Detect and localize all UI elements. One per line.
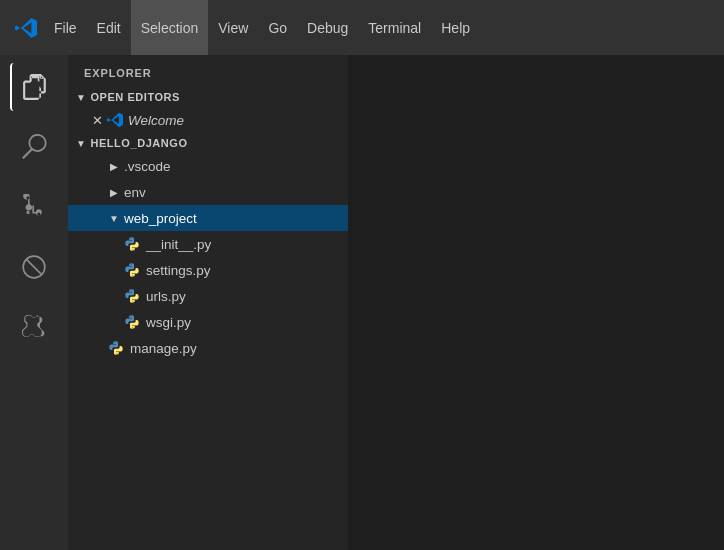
file-urls-py-label: urls.py [146,289,340,304]
editor-area [348,55,724,550]
menu-help[interactable]: Help [431,0,480,55]
file-manage-py-label: manage.py [130,341,340,356]
hello-django-label: HELLO_DJANGO [90,137,187,149]
file-settings-py-label: settings.py [146,263,340,278]
python-file-icon-4 [124,314,140,330]
open-editors-label: OPEN EDITORS [90,91,180,103]
vscode-folder-arrow: ▶ [108,161,120,172]
vscode-logo-icon [15,17,37,39]
menu-debug[interactable]: Debug [297,0,358,55]
web-project-folder-arrow: ▼ [108,213,120,224]
sidebar: EXPLORER ▼ OPEN EDITORS ✕ Welcome ▼ HELL… [68,55,348,550]
explorer-header: EXPLORER [68,55,348,87]
extensions-icon [21,314,47,340]
hello-django-arrow: ▼ [76,138,86,149]
env-folder-label: env [124,185,340,200]
welcome-label: Welcome [128,113,340,128]
menu-terminal[interactable]: Terminal [358,0,431,55]
activity-item-debug[interactable] [10,243,58,291]
web-project-folder-label: web_project [124,211,340,226]
file-settings-py[interactable]: settings.py [68,257,348,283]
activity-item-explorer[interactable] [10,63,58,111]
close-welcome-icon[interactable]: ✕ [92,113,103,128]
vscode-folder-label: .vscode [124,159,340,174]
file-wsgi-py-label: wsgi.py [146,315,340,330]
menu-go[interactable]: Go [258,0,297,55]
file-wsgi-py[interactable]: wsgi.py [68,309,348,335]
python-file-icon-5 [108,340,124,356]
open-editors-section[interactable]: ▼ OPEN EDITORS [68,87,348,107]
python-file-icon [124,236,140,252]
app-logo [8,0,44,55]
file-manage-py[interactable]: manage.py [68,335,348,361]
menu-edit[interactable]: Edit [87,0,131,55]
activity-bar [0,55,68,550]
activity-item-search[interactable] [10,123,58,171]
python-file-icon-3 [124,288,140,304]
menubar: File Edit Selection View Go Debug Termin… [0,0,724,55]
menu-view[interactable]: View [208,0,258,55]
vscode-file-icon [107,112,123,128]
folder-vscode[interactable]: ▶ .vscode [68,153,348,179]
explorer-icon [22,74,48,100]
search-icon [21,134,47,160]
activity-item-extensions[interactable] [10,303,58,351]
folder-web-project[interactable]: ▼ web_project [68,205,348,231]
hello-django-section[interactable]: ▼ HELLO_DJANGO [68,133,348,153]
open-editors-arrow: ▼ [76,92,86,103]
file-init-py-label: __init__.py [146,237,340,252]
activity-item-source-control[interactable] [10,183,58,231]
file-tree: ▼ OPEN EDITORS ✕ Welcome ▼ HELLO_DJANGO … [68,87,348,550]
menu-file[interactable]: File [44,0,87,55]
file-urls-py[interactable]: urls.py [68,283,348,309]
folder-env[interactable]: ▶ env [68,179,348,205]
svg-line-1 [26,259,42,275]
file-init-py[interactable]: __init__.py [68,231,348,257]
source-control-icon [21,194,47,220]
debug-icon [21,254,47,280]
open-editor-welcome[interactable]: ✕ Welcome [68,107,348,133]
python-file-icon-2 [124,262,140,278]
menu-selection[interactable]: Selection [131,0,209,55]
main-area: EXPLORER ▼ OPEN EDITORS ✕ Welcome ▼ HELL… [0,55,724,550]
env-folder-arrow: ▶ [108,187,120,198]
